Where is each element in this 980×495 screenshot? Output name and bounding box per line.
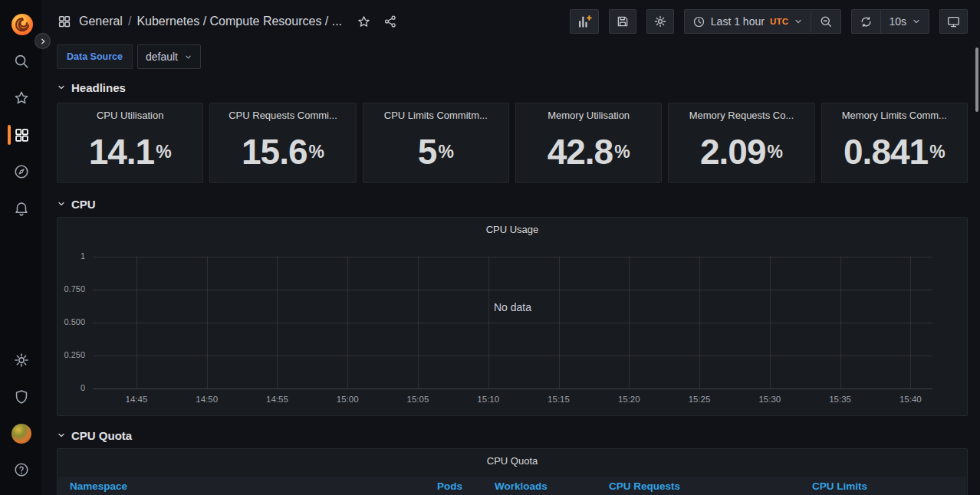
save-icon	[616, 15, 630, 28]
search-icon	[13, 53, 30, 70]
datasource-variable-label: Data Source	[57, 44, 133, 69]
v-gridline	[347, 257, 348, 388]
v-gridline	[136, 257, 137, 388]
stat-panel: CPU Requests Commi... 15.6 %	[209, 103, 356, 183]
sidebar-item-starred[interactable]	[0, 83, 43, 113]
stat-panel-title: Memory Requests Co...	[669, 103, 814, 121]
y-axis-tick: 0.500	[64, 317, 85, 326]
refresh-controls: 10s	[851, 9, 929, 34]
stat-value-wrap: 2.09 %	[669, 121, 814, 182]
datasource-variable-value: default	[146, 51, 178, 63]
y-axis-tick: 0	[81, 383, 85, 392]
y-axis-tick: 0.250	[64, 350, 85, 359]
v-gridline	[629, 257, 630, 388]
v-gridline	[770, 257, 771, 388]
h-gridline	[93, 290, 932, 290]
table-column-header[interactable]: Pods	[437, 477, 462, 495]
stat-value: 0.841	[844, 134, 928, 169]
star-icon	[13, 90, 30, 107]
add-panel-button[interactable]	[570, 9, 599, 34]
table-column-header[interactable]: Namespace	[70, 477, 127, 495]
sidebar-expand-button[interactable]	[35, 33, 51, 49]
share-dashboard-button[interactable]	[383, 15, 397, 28]
panel-title: CPU Usage	[58, 218, 967, 235]
stat-value-wrap: 15.6 %	[210, 121, 355, 182]
stat-panel-title: Memory Utilisation	[516, 103, 661, 121]
sidebar-item-search[interactable]	[0, 46, 43, 77]
h-gridline	[93, 257, 932, 257]
y-axis-tick: 1	[81, 251, 85, 261]
v-gridline	[699, 257, 700, 388]
stat-value: 14.1	[89, 134, 155, 169]
stat-panel-title: Memory Limits Comm...	[822, 103, 967, 121]
stat-value-wrap: 0.841 %	[822, 121, 967, 182]
row-cpu-quota[interactable]: CPU Quota	[57, 425, 968, 446]
stat-panel: Memory Requests Co... 2.09 %	[668, 103, 814, 183]
chevron-down-icon	[184, 53, 192, 61]
row-cpu[interactable]: CPU	[57, 193, 968, 215]
sidebar-item-explore[interactable]	[0, 156, 43, 187]
row-title: CPU	[71, 198, 96, 211]
refresh-button[interactable]	[852, 10, 880, 33]
share-icon	[383, 15, 397, 28]
sidebar-item-dashboards[interactable]	[0, 120, 43, 150]
user-avatar	[12, 424, 31, 444]
stat-unit: %	[309, 142, 324, 162]
stat-panel-title: CPU Utilisation	[58, 103, 202, 121]
stat-unit: %	[929, 142, 945, 162]
star-icon	[357, 15, 371, 29]
apps-grid-icon	[14, 127, 30, 143]
monitor-icon	[946, 15, 961, 29]
cycle-view-button[interactable]	[939, 9, 968, 34]
chevron-down-icon	[912, 17, 921, 26]
sidebar-item-server-admin[interactable]	[0, 382, 43, 412]
table-column-header[interactable]: CPU Requests	[609, 477, 680, 495]
x-axis-tick: 15:30	[758, 395, 781, 404]
grafana-swirl-icon	[12, 14, 33, 35]
star-dashboard-button[interactable]	[357, 15, 371, 29]
zoom-out-time-button[interactable]	[811, 10, 840, 33]
time-range-picker[interactable]: Last 1 hour UTC	[685, 10, 811, 33]
stat-value-wrap: 42.8 %	[516, 121, 661, 182]
chevron-down-icon	[57, 199, 66, 208]
stat-panel: CPU Limits Commitm... 5 %	[363, 103, 509, 183]
question-circle-icon	[13, 461, 30, 478]
sidebar-item-alerting[interactable]	[0, 193, 43, 224]
x-axis-tick: 15:05	[407, 395, 429, 404]
cpu-usage-plot: No data 10.7500.5000.250014:4514:5014:55…	[93, 257, 932, 389]
h-gridline	[93, 323, 932, 323]
sidebar-item-help[interactable]	[0, 454, 43, 485]
x-axis-tick: 15:40	[899, 395, 922, 404]
add-panel-icon	[577, 14, 592, 29]
row-headlines[interactable]: Headlines	[57, 77, 968, 98]
v-gridline	[488, 257, 489, 388]
refresh-interval-picker[interactable]: 10s	[880, 10, 929, 33]
stat-panel-title: CPU Limits Commitm...	[363, 103, 508, 121]
v-gridline	[207, 257, 208, 388]
x-axis-tick: 15:25	[689, 395, 711, 404]
x-axis-tick: 14:50	[196, 395, 218, 404]
headline-panels: CPU Utilisation 14.1 % CPU Requests Comm…	[57, 103, 968, 183]
toolbar: Last 1 hour UTC 10s	[570, 9, 968, 34]
dashboard-settings-button[interactable]	[646, 9, 674, 34]
x-axis-tick: 15:00	[337, 395, 359, 404]
stat-panel-title: CPU Requests Commi...	[210, 103, 355, 121]
dashboards-grid-icon	[58, 15, 71, 28]
refresh-interval-label: 10s	[889, 15, 906, 28]
stat-panel: Memory Utilisation 42.8 %	[515, 103, 662, 183]
grafana-logo[interactable]	[12, 14, 33, 35]
bell-icon	[13, 200, 30, 217]
datasource-variable-select[interactable]: default	[137, 44, 201, 69]
h-gridline	[93, 356, 932, 356]
time-range-label: Last 1 hour	[711, 15, 765, 28]
v-gridline	[277, 257, 278, 388]
sidebar-item-profile[interactable]	[0, 418, 43, 449]
zoom-out-icon	[819, 15, 833, 28]
table-column-header[interactable]: Workloads	[495, 477, 548, 495]
breadcrumb-folder[interactable]: General	[79, 15, 123, 28]
sidebar-item-configuration[interactable]	[0, 345, 43, 375]
save-dashboard-button[interactable]	[609, 9, 636, 34]
panel-title: CPU Quota	[58, 449, 967, 467]
page-scrollbar[interactable]	[975, 48, 978, 112]
table-column-header[interactable]: CPU Limits	[812, 477, 867, 495]
